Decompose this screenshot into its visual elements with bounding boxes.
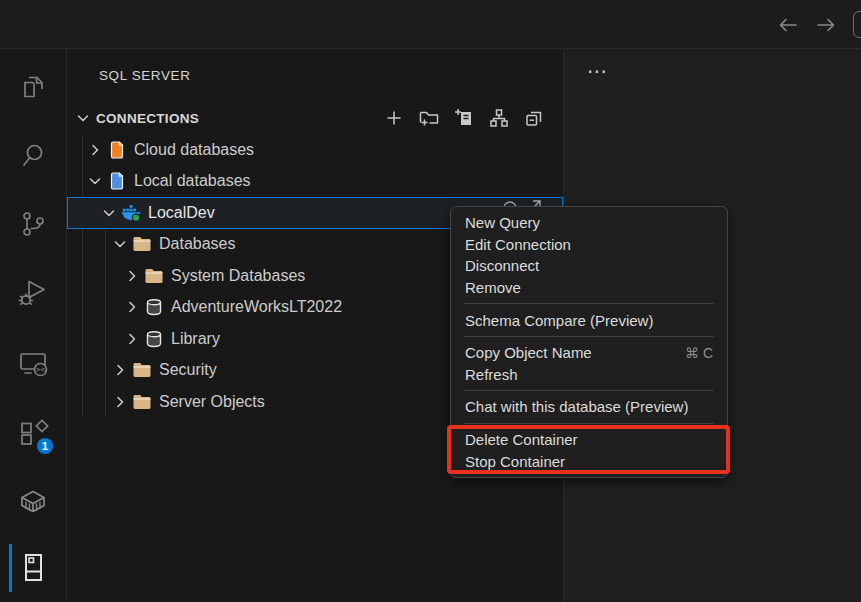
tree-item-label: LocalDev bbox=[148, 204, 215, 222]
search-icon[interactable] bbox=[9, 132, 57, 180]
tree-item-label: Cloud databases bbox=[134, 141, 254, 159]
active-view-indicator bbox=[9, 544, 12, 592]
menu-item-label: Chat with this database (Preview) bbox=[465, 398, 688, 415]
explorer-icon[interactable] bbox=[9, 63, 57, 111]
chevron-right-icon[interactable] bbox=[87, 142, 103, 158]
navigate-forward-icon[interactable] bbox=[814, 13, 838, 37]
tree-item-label: AdventureWorksLT2022 bbox=[171, 298, 342, 316]
folder-icon bbox=[132, 235, 152, 253]
tree-item-label: Security bbox=[159, 361, 217, 379]
layout-control-icon[interactable] bbox=[853, 11, 861, 38]
pane-title: SQL SERVER bbox=[99, 68, 191, 83]
menu-separator bbox=[464, 303, 714, 304]
connections-section-header[interactable]: CONNECTIONS bbox=[67, 106, 563, 130]
menu-separator bbox=[464, 336, 714, 337]
docker-container-icon bbox=[121, 204, 141, 222]
chevron-right-icon[interactable] bbox=[124, 299, 140, 315]
chevron-right-icon[interactable] bbox=[124, 268, 140, 284]
chevron-down-icon[interactable] bbox=[87, 173, 103, 189]
menu-separator bbox=[464, 390, 714, 391]
tree-item-local-databases[interactable]: Local databases bbox=[67, 166, 563, 198]
chevron-right-icon[interactable] bbox=[112, 362, 128, 378]
menu-item-remove[interactable]: Remove bbox=[451, 277, 727, 299]
add-server-icon[interactable] bbox=[453, 107, 475, 129]
database-icon bbox=[144, 330, 164, 348]
tree-item-label: System Databases bbox=[171, 267, 305, 285]
menu-item-edit-connection[interactable]: Edit Connection bbox=[451, 234, 727, 256]
more-actions-icon[interactable]: ⋯ bbox=[583, 58, 611, 86]
menu-item-chat-database[interactable]: Chat with this database (Preview) bbox=[451, 396, 727, 418]
activity-bar: >< 1 bbox=[0, 50, 67, 602]
connect-object-explorer-icon[interactable] bbox=[488, 107, 510, 129]
tree-item-label: Library bbox=[171, 330, 220, 348]
menu-item-label: Copy Object Name bbox=[465, 344, 592, 361]
tree-item-label: Local databases bbox=[134, 172, 251, 190]
menu-item-label: Disconnect bbox=[465, 257, 539, 274]
extensions-badge: 1 bbox=[35, 436, 55, 456]
row-inline-actions-clipped bbox=[500, 197, 550, 206]
running-status-dot bbox=[132, 214, 139, 221]
vscode-window: >< 1 bbox=[0, 0, 861, 602]
folder-icon bbox=[132, 393, 152, 411]
remote-badge-glyph: >< bbox=[36, 365, 46, 374]
add-connection-icon[interactable] bbox=[383, 107, 405, 129]
connections-toolbar bbox=[383, 106, 545, 130]
title-bar bbox=[0, 0, 861, 49]
new-connection-group-icon[interactable] bbox=[418, 107, 440, 129]
chevron-down-icon[interactable] bbox=[112, 236, 128, 252]
containers-icon[interactable] bbox=[9, 477, 57, 525]
collapse-all-icon[interactable] bbox=[523, 107, 545, 129]
database-icon bbox=[144, 298, 164, 316]
chevron-right-icon[interactable] bbox=[112, 394, 128, 410]
menu-item-refresh[interactable]: Refresh bbox=[451, 364, 727, 386]
tree-item-cloud-databases[interactable]: Cloud databases bbox=[67, 134, 563, 166]
context-menu: New Query Edit Connection Disconnect Rem… bbox=[450, 206, 728, 478]
folder-icon bbox=[132, 361, 152, 379]
menu-item-label: Remove bbox=[465, 279, 521, 296]
tree-item-label: Server Objects bbox=[159, 393, 265, 411]
source-control-icon[interactable] bbox=[9, 200, 57, 248]
menu-item-new-query[interactable]: New Query bbox=[451, 212, 727, 234]
tree-item-label: Databases bbox=[159, 235, 236, 253]
menu-item-label: Refresh bbox=[465, 366, 518, 383]
chevron-down-icon[interactable] bbox=[101, 205, 117, 221]
menu-separator bbox=[464, 423, 714, 424]
menu-item-label: Stop Container bbox=[465, 453, 565, 470]
chevron-down-icon bbox=[75, 110, 91, 126]
menu-item-delete-container[interactable]: Delete Container bbox=[451, 429, 727, 451]
menu-item-schema-compare[interactable]: Schema Compare (Preview) bbox=[451, 309, 727, 331]
workbench: >< 1 bbox=[0, 50, 861, 602]
menu-item-label: Schema Compare (Preview) bbox=[465, 312, 653, 329]
chevron-right-icon[interactable] bbox=[124, 331, 140, 347]
navigate-back-icon[interactable] bbox=[776, 13, 800, 37]
menu-item-disconnect[interactable]: Disconnect bbox=[451, 255, 727, 277]
connections-section-label: CONNECTIONS bbox=[96, 111, 199, 126]
folder-icon bbox=[144, 267, 164, 285]
connection-group-orange-icon bbox=[107, 141, 127, 159]
menu-item-label: Delete Container bbox=[465, 431, 578, 448]
menu-item-label: Edit Connection bbox=[465, 236, 571, 253]
menu-item-stop-container[interactable]: Stop Container bbox=[451, 450, 727, 472]
remote-explorer-icon[interactable]: >< bbox=[9, 340, 57, 388]
menu-item-shortcut: ⌘ C bbox=[685, 345, 713, 361]
menu-item-label: New Query bbox=[465, 214, 540, 231]
menu-item-copy-object-name[interactable]: Copy Object Name ⌘ C bbox=[451, 342, 727, 364]
extensions-icon[interactable]: 1 bbox=[9, 410, 57, 458]
sql-server-view-icon[interactable] bbox=[9, 544, 57, 592]
run-and-debug-icon[interactable] bbox=[9, 269, 57, 317]
connection-group-blue-icon bbox=[107, 172, 127, 190]
